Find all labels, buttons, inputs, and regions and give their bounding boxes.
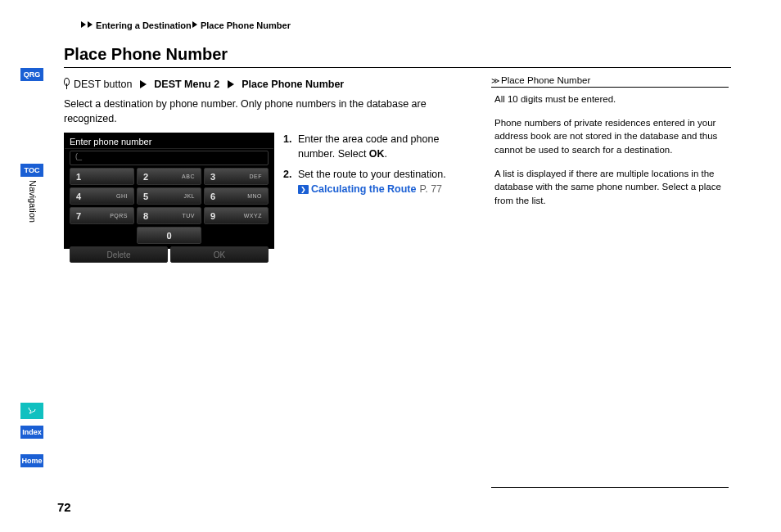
crumb-level-1: Entering a Destination [96,20,192,30]
keypad-key-4: 4GHI [70,187,134,205]
page-title: Place Phone Number [64,45,228,64]
keypad-input: (_ [70,151,269,165]
sidebar-note-title: Place Phone Number [501,75,590,85]
keypad-key-8: 8TUV [137,207,201,224]
sidebar-note: ≫Place Phone Number All 10 digits must b… [491,75,729,218]
tab-index[interactable]: Index [20,426,43,439]
page-number: 72 [57,500,71,514]
keypad-key-6: 6MNO [204,187,269,205]
keypad-screenshot: Enter phone number (_ 1 2ABC 3DEF 4GHI 5… [64,133,274,249]
chevron-right-icon [88,21,93,28]
path-item: Place Phone Number [242,79,344,90]
path-menu: DEST Menu 2 [154,79,219,90]
dest-button-icon [64,78,71,89]
link-label: Calculating the Route [311,183,416,195]
heading-divider [64,67,731,68]
chevron-right-icon [192,21,197,28]
path-start: DEST button [74,79,132,90]
nav-path: DEST button DEST Menu 2 Place Phone Numb… [64,78,344,90]
step-2-text: Set the route to your destination. [298,169,446,180]
triangle-right-icon [140,80,147,88]
step-1-ok: OK [369,148,385,160]
link-page: P. 77 [419,183,442,195]
body-text: Select a destination by phone number. On… [64,97,473,126]
section-label-navigation: Navigation [28,180,38,223]
keypad-key-7: 7PQRS [70,207,134,224]
voice-icon [27,405,37,415]
tab-home[interactable]: Home [20,454,43,467]
step-2: 2. Set the route to your destination. ❯C… [283,168,463,196]
sidebar-note-p3: A list is displayed if there are multipl… [494,167,729,208]
sidebar-note-end-rule [491,487,729,488]
keypad-key-5: 5JKL [137,187,201,205]
steps-list: 1. Enter the area code and phone number.… [283,133,463,203]
keypad-key-9: 9WXYZ [204,207,269,224]
chevron-right-icon [81,21,86,28]
link-arrow-icon: ❯ [298,185,309,194]
keypad-key-2: 2ABC [137,168,201,185]
triangle-right-icon [228,80,234,88]
tab-qrg[interactable]: QRG [20,68,43,81]
note-icon: ≫ [491,76,499,85]
crumb-level-2: Place Phone Number [201,20,291,30]
keypad-delete-button: Delete [70,246,168,263]
keypad-key-1: 1 [70,168,134,185]
step-1-text-c: . [385,148,387,160]
tab-voice[interactable] [20,403,43,419]
tab-toc[interactable]: TOC [20,164,43,177]
sidebar-note-p2: Phone numbers of private residences ente… [494,116,729,157]
keypad-key-3: 3DEF [204,168,269,185]
cross-ref-link[interactable]: ❯Calculating the RouteP. 77 [298,183,442,195]
keypad-key-0: 0 [137,227,201,244]
step-1: 1. Enter the area code and phone number.… [283,133,463,161]
breadcrumb: Entering a Destination Place Phone Numbe… [80,20,291,30]
sidebar-note-p1: All 10 digits must be entered. [494,92,729,106]
step-number: 2. [283,168,295,196]
step-number: 1. [283,133,295,161]
keypad-title: Enter phone number [65,133,273,149]
keypad-ok-button: OK [170,246,269,263]
